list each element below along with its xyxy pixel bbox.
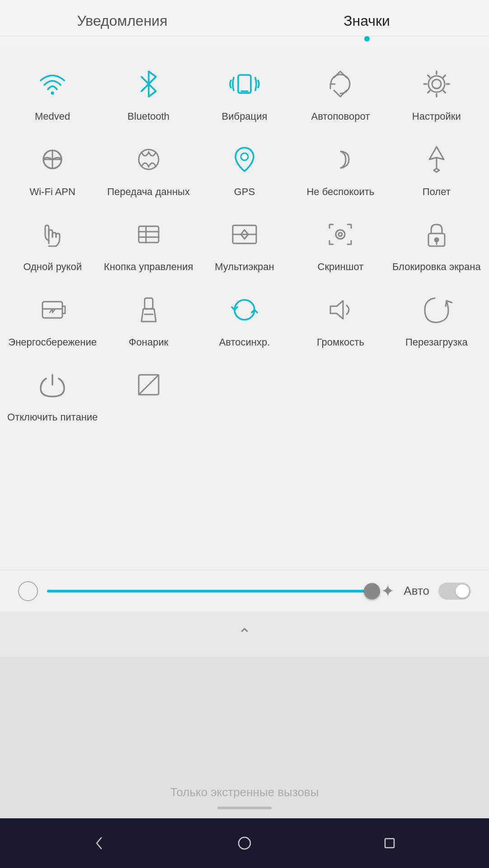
icons-grid: Medved Bluetooth bbox=[5, 56, 484, 432]
brightness-slider[interactable] bbox=[47, 590, 372, 593]
tab-dot-0 bbox=[120, 36, 125, 42]
grid-item-data-transfer[interactable]: Передача данных bbox=[100, 131, 196, 207]
auto-brightness-toggle[interactable] bbox=[438, 583, 471, 600]
svg-point-10 bbox=[241, 153, 248, 160]
grid-item-screenshot[interactable]: Скриншот bbox=[292, 206, 388, 282]
quick-settings-panel: Medved Bluetooth bbox=[0, 47, 489, 570]
screenshot-icon bbox=[320, 215, 360, 254]
vibration-icon bbox=[225, 64, 264, 104]
wifi-apn-icon bbox=[33, 140, 72, 179]
nav-back-button[interactable] bbox=[86, 830, 113, 857]
brightness-controls: ✦ Авто bbox=[0, 570, 489, 612]
vibration-label: Вибрация bbox=[222, 110, 268, 123]
multiscreen-icon bbox=[225, 215, 264, 254]
medved-label: Medved bbox=[35, 110, 70, 123]
collapse-panel[interactable]: ⌃ bbox=[0, 612, 489, 657]
data-transfer-label: Передача данных bbox=[107, 186, 190, 199]
grid-item-reboot[interactable]: Перезагрузка bbox=[389, 282, 484, 357]
settings-label: Настройки bbox=[412, 110, 461, 123]
one-hand-label: Одной рукой bbox=[23, 261, 82, 274]
grid-item-vibration[interactable]: Вибрация bbox=[197, 56, 292, 131]
grid-item-wifi-apn[interactable]: Wi-Fi APN bbox=[5, 131, 100, 207]
one-hand-icon bbox=[33, 215, 72, 254]
svg-marker-26 bbox=[330, 301, 343, 319]
grid-item-power-off[interactable]: Отключить питание bbox=[5, 357, 100, 432]
grid-item-bluetooth[interactable]: Bluetooth bbox=[100, 56, 196, 131]
autorotate-label: Автоповорот bbox=[311, 110, 370, 123]
svg-line-28 bbox=[139, 375, 159, 395]
tab-notifications[interactable]: Уведомления bbox=[0, 0, 244, 36]
tab-icons[interactable]: Значки bbox=[244, 0, 489, 36]
grid-item-airplane[interactable]: Полет bbox=[389, 131, 484, 207]
grid-item-flashlight[interactable]: Фонарик bbox=[100, 282, 196, 357]
gps-icon bbox=[225, 140, 264, 179]
volume-icon bbox=[320, 290, 360, 330]
grid-item-autosync[interactable]: Автосинхр. bbox=[197, 282, 292, 357]
volume-label: Громкость bbox=[317, 336, 364, 349]
bluetooth-label: Bluetooth bbox=[127, 110, 169, 123]
svg-rect-30 bbox=[385, 839, 394, 848]
navigation-bar bbox=[0, 818, 489, 868]
tab-dot-1 bbox=[364, 36, 370, 42]
screen-lock-label: Блокировка экрана bbox=[392, 261, 481, 274]
control-btn-label: Кнопка управления bbox=[104, 261, 193, 274]
checkbox-icon bbox=[129, 365, 169, 405]
brightness-sun-icon: ✦ bbox=[381, 582, 395, 601]
grid-item-one-hand[interactable]: Одной рукой bbox=[5, 206, 100, 282]
grid-item-volume[interactable]: Громкость bbox=[292, 282, 388, 357]
grid-item-gps[interactable]: GPS bbox=[197, 131, 292, 207]
airplane-label: Полет bbox=[423, 186, 451, 199]
multiscreen-label: Мультиэкран bbox=[215, 261, 274, 274]
nav-home-button[interactable] bbox=[231, 830, 258, 857]
grid-item-battery-saver[interactable]: Энергосбережение bbox=[5, 282, 100, 357]
svg-rect-1 bbox=[238, 75, 251, 93]
grid-item-multiscreen[interactable]: Мультиэкран bbox=[197, 206, 292, 282]
screen-lock-icon bbox=[417, 215, 456, 254]
autorotate-icon bbox=[320, 64, 360, 104]
svg-point-3 bbox=[432, 79, 441, 89]
power-off-label: Отключить питание bbox=[7, 411, 98, 424]
medved-icon bbox=[33, 64, 72, 104]
home-indicator bbox=[217, 807, 272, 809]
brightness-slider-thumb[interactable] bbox=[364, 583, 380, 599]
reboot-label: Перезагрузка bbox=[405, 336, 468, 349]
settings-icon bbox=[417, 64, 456, 104]
grid-item-dnd[interactable]: Не беспокоить bbox=[292, 131, 388, 207]
svg-point-0 bbox=[51, 92, 54, 95]
flashlight-label: Фонарик bbox=[129, 336, 169, 349]
svg-point-18 bbox=[339, 233, 342, 236]
autosync-label: Автосинхр. bbox=[219, 336, 270, 349]
grid-item-control-btn[interactable]: Кнопка управления bbox=[100, 206, 196, 282]
reboot-icon bbox=[417, 290, 456, 330]
battery-saver-label: Энергосбережение bbox=[8, 336, 97, 349]
svg-rect-24 bbox=[145, 298, 153, 309]
airplane-icon bbox=[417, 140, 456, 179]
svg-rect-11 bbox=[139, 226, 159, 243]
dnd-label: Не беспокоить bbox=[306, 186, 374, 199]
nav-recents-button[interactable] bbox=[376, 830, 403, 857]
grid-item-autorotate[interactable]: Автоповорот bbox=[292, 56, 388, 131]
emergency-calls-text: Только экстренные вызовы bbox=[170, 785, 319, 799]
data-transfer-icon bbox=[129, 140, 169, 179]
grid-item-settings[interactable]: Настройки bbox=[389, 56, 484, 131]
toggle-knob bbox=[456, 584, 469, 598]
gps-label: GPS bbox=[234, 186, 255, 199]
lockscreen-area: Только экстренные вызовы bbox=[0, 657, 489, 818]
svg-point-17 bbox=[336, 230, 345, 239]
dnd-icon bbox=[320, 140, 360, 179]
control-btn-icon bbox=[129, 215, 169, 254]
svg-point-4 bbox=[428, 76, 445, 92]
battery-saver-icon bbox=[33, 290, 72, 330]
wifi-apn-label: Wi-Fi APN bbox=[29, 186, 75, 199]
power-off-icon bbox=[33, 365, 72, 405]
grid-item-medved[interactable]: Medved bbox=[5, 56, 100, 131]
flashlight-icon bbox=[129, 290, 169, 330]
brightness-min-icon bbox=[18, 581, 38, 601]
collapse-arrow-icon: ⌃ bbox=[238, 625, 251, 644]
tab-bar: Уведомления Значки bbox=[0, 0, 489, 36]
grid-item-checkbox[interactable] bbox=[100, 357, 196, 432]
tab-indicator-bar bbox=[0, 36, 489, 47]
grid-item-screen-lock[interactable]: Блокировка экрана bbox=[389, 206, 484, 282]
auto-label: Авто bbox=[404, 584, 429, 598]
svg-point-29 bbox=[239, 837, 250, 849]
